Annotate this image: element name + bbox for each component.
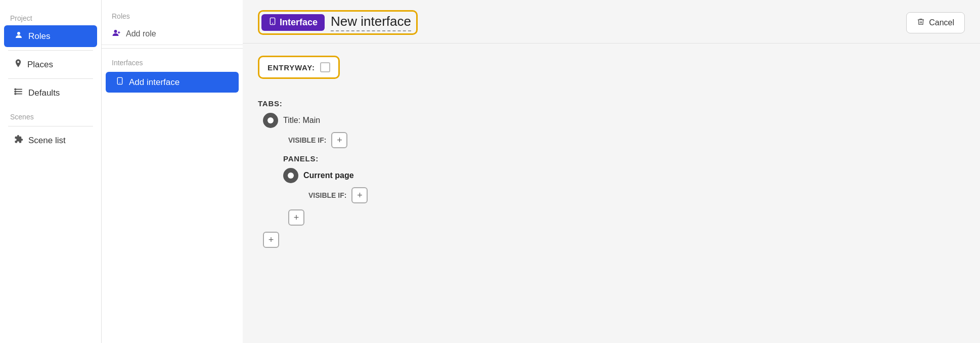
add-role-item[interactable]: Add role xyxy=(102,23,243,45)
tab-visible-if-row: Visible If: + xyxy=(288,132,965,148)
sidebar-item-places[interactable]: Places xyxy=(4,54,97,75)
tab-title-main: Title: Main xyxy=(283,116,320,125)
divider-2 xyxy=(8,78,93,79)
add-panel-button[interactable]: + xyxy=(288,209,304,226)
entryway-checkbox[interactable] xyxy=(320,62,330,72)
form-content: Entryway: Tabs: Title: Main Visible If: … xyxy=(243,44,980,343)
panel-visible-if-row: Visible If: + xyxy=(308,187,965,203)
svg-point-0 xyxy=(17,32,20,35)
panel-item-current-page: Current page xyxy=(283,168,965,183)
entryway-row: Entryway: xyxy=(258,56,340,79)
new-interface-title[interactable]: New interface xyxy=(331,14,411,31)
main-content: Interface New interface Cancel Entryway:… xyxy=(243,0,980,343)
panel-circle-inner xyxy=(288,173,294,179)
sidebar-section-project: Project xyxy=(0,10,101,24)
interface-badge: Interface xyxy=(261,14,325,31)
roles-section-title: Roles xyxy=(102,8,243,23)
add-interface-button[interactable]: Add interface xyxy=(106,72,239,93)
divider-1 xyxy=(8,50,93,51)
list-icon xyxy=(14,87,23,99)
entryway-label: Entryway: xyxy=(268,63,315,72)
tab-item-main: Title: Main xyxy=(263,113,965,128)
add-panel-row: + xyxy=(288,209,965,226)
middle-divider-1 xyxy=(102,48,243,49)
person-add-icon xyxy=(112,28,121,39)
cancel-button[interactable]: Cancel xyxy=(906,12,965,33)
sidebar-section-scenes: Scenes xyxy=(0,109,101,123)
trash-icon xyxy=(917,18,925,28)
pin-icon xyxy=(14,59,22,70)
svg-point-7 xyxy=(15,91,16,92)
sidebar-item-roles[interactable]: Roles xyxy=(4,25,97,47)
svg-point-2 xyxy=(17,61,19,63)
panel-visible-if-label: Visible If: xyxy=(308,191,346,199)
tab-visible-if-add-button[interactable]: + xyxy=(331,132,347,148)
content-header: Interface New interface Cancel xyxy=(243,0,980,44)
middle-panel: Roles Add role Interfaces Add interface xyxy=(101,0,243,343)
panel-visible-if-add-button[interactable]: + xyxy=(351,187,368,203)
svg-point-6 xyxy=(15,89,16,90)
panel-title-current-page: Current page xyxy=(303,171,354,180)
puzzle-icon xyxy=(14,135,23,146)
header-title-group: Interface New interface xyxy=(258,10,418,35)
tab-circle-button[interactable] xyxy=(263,113,278,128)
interface-badge-icon xyxy=(269,17,277,28)
panels-section: Panels: Current page Visible If: + + xyxy=(283,154,965,226)
divider-3 xyxy=(8,126,93,126)
circle-inner xyxy=(268,117,274,123)
svg-point-9 xyxy=(114,30,117,33)
tab-visible-if-label: Visible If: xyxy=(288,136,326,144)
tabs-section: Tabs: Title: Main Visible If: + Panels: xyxy=(258,99,965,248)
person-icon xyxy=(14,30,23,42)
add-tab-row: + xyxy=(263,232,965,248)
sidebar: Project Roles Places Defaults Scenes Sce… xyxy=(0,0,101,343)
phone-icon xyxy=(116,77,124,88)
panels-label: Panels: xyxy=(283,154,965,163)
tabs-label: Tabs: xyxy=(258,99,965,108)
panel-circle-button[interactable] xyxy=(283,168,298,183)
svg-point-8 xyxy=(15,93,16,94)
sidebar-item-scene-list[interactable]: Scene list xyxy=(4,130,97,151)
interfaces-section-title: Interfaces xyxy=(102,55,243,70)
sidebar-item-defaults[interactable]: Defaults xyxy=(4,82,97,104)
add-tab-button[interactable]: + xyxy=(263,232,279,248)
